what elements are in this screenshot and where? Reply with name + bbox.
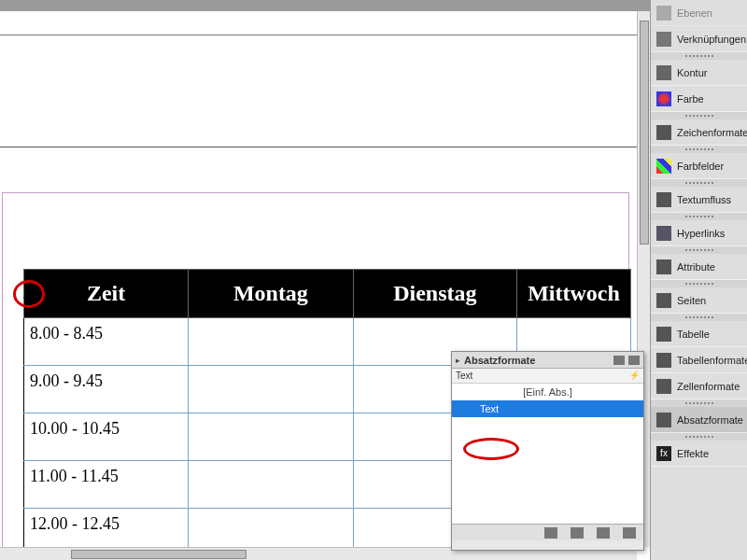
panel-current-style-row: Text ⚡: [452, 369, 643, 384]
tablestyle-icon: [656, 353, 671, 368]
cell-time[interactable]: 9.00 - 9.45: [24, 366, 189, 413]
cell-time[interactable]: 10.00 - 10.45: [24, 413, 189, 461]
panel-tab-textumfluss[interactable]: Textumfluss: [651, 187, 747, 213]
cellstyle-icon: [656, 379, 671, 394]
panel-label: Kontur: [677, 67, 707, 78]
charstyle-icon: [656, 125, 671, 140]
panel-separator: [651, 246, 747, 254]
textwrap-icon: [656, 192, 671, 207]
panel-separator: [651, 213, 747, 220]
annotation-circle: [463, 438, 519, 460]
header-mittwoch[interactable]: Mittwoch: [517, 270, 631, 318]
panel-label: Textumfluss: [677, 194, 731, 205]
panel-tab-ebenen[interactable]: Ebenen: [651, 0, 747, 26]
panel-label: Seiten: [677, 295, 706, 306]
links-icon: [656, 32, 671, 47]
panel-separator: [651, 280, 747, 287]
effects-icon: fx: [656, 446, 671, 461]
cell[interactable]: [189, 461, 353, 509]
panel-dock-icon[interactable]: [613, 356, 625, 365]
pages-icon: [656, 293, 671, 308]
panel-label: Hyperlinks: [677, 228, 725, 239]
cell-time[interactable]: 12.00 - 12.45: [24, 509, 189, 552]
panel-separator: [651, 146, 747, 153]
panel-label: Effekte: [677, 448, 709, 459]
scroll-thumb[interactable]: [71, 550, 247, 559]
panel-separator: [651, 433, 747, 441]
panel-tab-seiten[interactable]: Seiten: [651, 287, 747, 314]
layers-icon: [656, 6, 671, 21]
scroll-thumb[interactable]: [640, 21, 649, 245]
panel-tab-verknuepfungen[interactable]: Verknüpfungen: [651, 26, 747, 52]
ruler-line: [0, 35, 637, 35]
panel-titlebar[interactable]: ▸ Absatzformate: [452, 352, 643, 369]
panel-tab-absatzformate[interactable]: Absatzformate: [651, 407, 747, 433]
panel-tab-farbfelder[interactable]: Farbfelder: [651, 153, 747, 179]
attributes-icon: [656, 259, 671, 274]
folder-icon[interactable]: [544, 527, 557, 539]
paragraph-styles-panel[interactable]: ▸ Absatzformate Text ⚡ [Einf. Abs.] Text: [451, 351, 644, 551]
stroke-icon: [656, 65, 671, 80]
clear-override-icon[interactable]: [571, 527, 584, 539]
cell[interactable]: [189, 318, 353, 366]
panel-tab-farbe[interactable]: Farbe: [651, 86, 747, 112]
panel-label: Farbe: [677, 93, 704, 105]
style-text[interactable]: Text: [452, 400, 643, 417]
cell[interactable]: [189, 509, 353, 552]
panel-label: Zellenformate: [677, 381, 740, 392]
panel-title: Absatzformate: [464, 355, 535, 366]
header-dienstag[interactable]: Dienstag: [353, 270, 516, 318]
panel-separator: [651, 399, 747, 407]
page-top-edge: [0, 147, 637, 147]
collapse-arrow-icon[interactable]: ▸: [456, 356, 460, 365]
style-basic-paragraph[interactable]: [Einf. Abs.]: [452, 384, 643, 400]
header-zeit[interactable]: Zeit: [24, 270, 189, 318]
color-icon: [656, 91, 671, 106]
panel-tab-attribute[interactable]: Attribute: [651, 254, 747, 280]
panel-label: Tabellenformate: [677, 355, 747, 366]
swatches-icon: [656, 159, 671, 174]
trash-icon[interactable]: [623, 527, 636, 539]
panel-tab-kontur[interactable]: Kontur: [651, 60, 747, 86]
panel-separator: [651, 314, 747, 321]
panel-separator: [651, 112, 747, 119]
panel-separator: [651, 179, 747, 187]
panel-label: Verknüpfungen: [677, 34, 746, 45]
table-icon: [656, 327, 671, 342]
hyperlink-icon: [656, 226, 671, 241]
new-style-icon[interactable]: [597, 527, 610, 539]
style-list[interactable]: [Einf. Abs.] Text: [452, 384, 643, 524]
app-topbar: [0, 0, 747, 11]
panel-tab-zeichenformate[interactable]: Zeichenformate: [651, 119, 747, 146]
panel-tab-effekte[interactable]: fx Effekte: [651, 441, 747, 467]
cell[interactable]: [189, 413, 353, 461]
parastyle-icon: [656, 413, 671, 427]
panel-label: Absatzformate: [677, 414, 743, 426]
panel-menu-icon[interactable]: [628, 356, 640, 365]
right-panel-dock: Ebenen Verknüpfungen Kontur Farbe Zeiche…: [650, 0, 747, 560]
cell-time[interactable]: 11.00 - 11.45: [24, 461, 189, 509]
panel-tab-zellenformate[interactable]: Zellenformate: [651, 373, 747, 399]
cell-time[interactable]: 8.00 - 8.45: [24, 318, 189, 366]
panel-tab-tabellenformate[interactable]: Tabellenformate: [651, 347, 747, 373]
panel-label: Farbfelder: [677, 161, 724, 172]
panel-tab-hyperlinks[interactable]: Hyperlinks: [651, 220, 747, 246]
header-montag[interactable]: Montag: [189, 270, 353, 318]
panel-label: Zeichenformate: [677, 127, 747, 138]
panel-label: Ebenen: [677, 7, 712, 19]
panel-footer: [452, 524, 643, 540]
cell[interactable]: [189, 366, 353, 413]
panel-separator: [651, 52, 747, 60]
quick-apply-icon[interactable]: ⚡: [629, 371, 640, 381]
panel-label: Tabelle: [677, 329, 710, 340]
panel-label: Attribute: [677, 261, 715, 273]
current-style-name: Text: [456, 371, 472, 381]
panel-tab-tabelle[interactable]: Tabelle: [651, 321, 747, 347]
